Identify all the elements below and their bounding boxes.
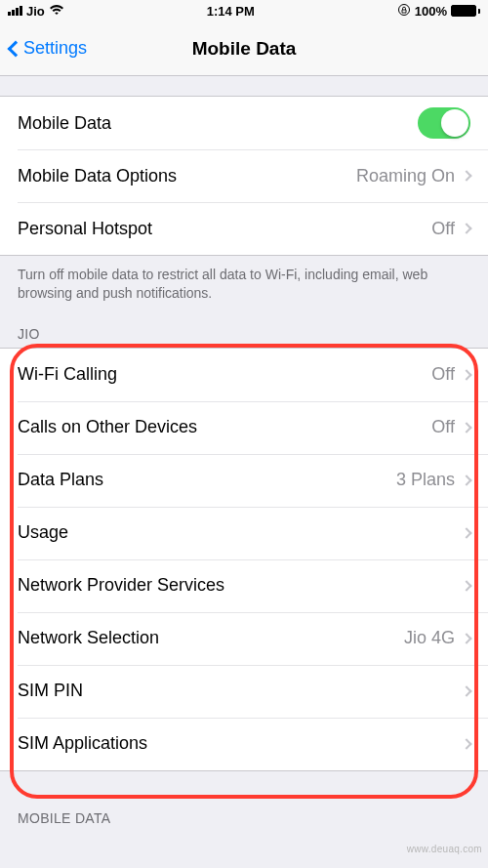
- chevron-right-icon: [461, 738, 471, 749]
- sim-pin-label: SIM PIN: [18, 681, 463, 701]
- orientation-lock-icon: [397, 3, 411, 20]
- wifi-calling-value: Off: [431, 364, 455, 385]
- status-time: 1:14 PM: [207, 4, 255, 19]
- status-right: 100%: [397, 3, 480, 20]
- chevron-left-icon: [8, 40, 24, 57]
- battery-percent: 100%: [415, 4, 447, 19]
- wifi-icon: [49, 4, 64, 19]
- section-header-jio: JIO: [0, 309, 488, 348]
- personal-hotspot-label: Personal Hotspot: [18, 219, 431, 239]
- signal-icon: [8, 6, 22, 16]
- watermark-text: www.deuaq.com: [407, 844, 482, 854]
- calls-other-value: Off: [431, 417, 455, 437]
- calls-other-label: Calls on Other Devices: [18, 417, 431, 437]
- sim-apps-label: SIM Applications: [18, 733, 463, 754]
- mobile-data-label: Mobile Data: [18, 113, 418, 134]
- group-jio: Wi-Fi Calling Off Calls on Other Devices…: [0, 348, 488, 771]
- personal-hotspot-value: Off: [431, 219, 455, 239]
- chevron-right-icon: [461, 633, 471, 643]
- row-network-selection[interactable]: Network Selection Jio 4G: [0, 612, 488, 665]
- battery-icon: [451, 5, 480, 17]
- row-provider-services[interactable]: Network Provider Services: [0, 559, 488, 612]
- row-personal-hotspot[interactable]: Personal Hotspot Off: [0, 202, 488, 255]
- row-sim-applications[interactable]: SIM Applications: [0, 718, 488, 770]
- back-label: Settings: [23, 38, 87, 59]
- status-left: Jio: [8, 4, 64, 19]
- row-calls-other-devices[interactable]: Calls on Other Devices Off: [0, 401, 488, 454]
- provider-services-label: Network Provider Services: [18, 575, 463, 596]
- network-selection-value: Jio 4G: [404, 628, 455, 648]
- chevron-right-icon: [461, 170, 471, 181]
- row-usage[interactable]: Usage: [0, 507, 488, 559]
- chevron-right-icon: [461, 527, 471, 538]
- status-bar: Jio 1:14 PM 100%: [0, 0, 488, 21]
- back-button[interactable]: Settings: [10, 38, 87, 59]
- chevron-right-icon: [461, 223, 471, 233]
- content-scroll[interactable]: Mobile Data Mobile Data Options Roaming …: [0, 76, 488, 868]
- wifi-calling-label: Wi-Fi Calling: [18, 364, 431, 385]
- carrier-label: Jio: [26, 4, 45, 19]
- row-wifi-calling[interactable]: Wi-Fi Calling Off: [0, 349, 488, 401]
- chevron-right-icon: [461, 685, 471, 696]
- data-plans-label: Data Plans: [18, 470, 396, 490]
- chevron-right-icon: [461, 422, 471, 433]
- mobile-data-toggle[interactable]: [418, 107, 470, 139]
- usage-label: Usage: [18, 522, 463, 543]
- data-plans-value: 3 Plans: [396, 470, 455, 490]
- row-mobile-data-options[interactable]: Mobile Data Options Roaming On: [0, 149, 488, 202]
- row-sim-pin[interactable]: SIM PIN: [0, 665, 488, 718]
- row-mobile-data: Mobile Data: [0, 97, 488, 149]
- chevron-right-icon: [461, 475, 471, 485]
- chevron-right-icon: [461, 580, 471, 591]
- network-selection-label: Network Selection: [18, 628, 404, 648]
- chevron-right-icon: [461, 369, 471, 380]
- section-header-mobile-data: MOBILE DATA: [0, 771, 488, 832]
- group-footer-text: Turn off mobile data to restrict all dat…: [0, 256, 488, 309]
- group-mobile-data: Mobile Data Mobile Data Options Roaming …: [0, 96, 488, 256]
- mobile-data-options-value: Roaming On: [356, 166, 455, 186]
- mobile-data-options-label: Mobile Data Options: [18, 166, 356, 186]
- row-data-plans[interactable]: Data Plans 3 Plans: [0, 454, 488, 507]
- nav-bar: Settings Mobile Data: [0, 21, 488, 76]
